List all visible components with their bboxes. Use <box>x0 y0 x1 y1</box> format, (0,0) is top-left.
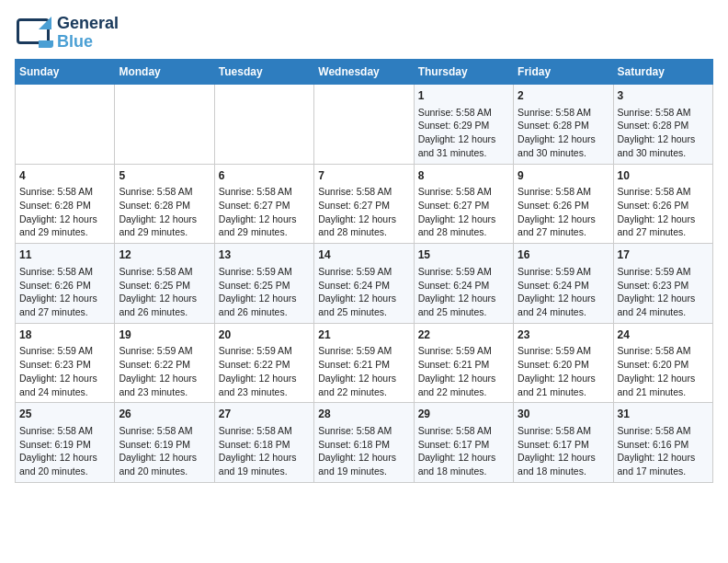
day-info-line: Sunset: 6:28 PM <box>518 119 609 132</box>
day-info-line: Sunset: 6:27 PM <box>219 199 310 213</box>
day-cell: 23Sunrise: 5:59 AMSunset: 6:20 PMDayligh… <box>514 323 613 403</box>
day-info-line: Daylight: 12 hours and 27 minutes. <box>518 213 609 239</box>
day-cell <box>314 85 414 165</box>
day-number: 22 <box>418 327 509 343</box>
day-cell: 14Sunrise: 5:59 AMSunset: 6:24 PMDayligh… <box>314 244 414 324</box>
day-number: 11 <box>19 247 110 263</box>
day-info-line: Sunrise: 5:58 AM <box>318 424 409 438</box>
day-cell: 7Sunrise: 5:58 AMSunset: 6:27 PMDaylight… <box>314 164 414 244</box>
day-cell: 10Sunrise: 5:58 AMSunset: 6:26 PMDayligh… <box>613 164 712 244</box>
day-info-line: Daylight: 12 hours and 24 minutes. <box>618 292 709 318</box>
day-info-line: Sunrise: 5:58 AM <box>518 185 609 199</box>
day-number: 5 <box>119 168 210 184</box>
day-number: 1 <box>418 88 509 104</box>
day-info-line: Sunset: 6:24 PM <box>318 279 409 293</box>
calendar-table: SundayMondayTuesdayWednesdayThursdayFrid… <box>15 59 713 483</box>
day-info-line: Daylight: 12 hours and 29 minutes. <box>19 213 110 239</box>
day-number: 28 <box>318 407 409 422</box>
day-cell: 3Sunrise: 5:58 AMSunset: 6:28 PMDaylight… <box>613 85 712 165</box>
day-info-line: Sunrise: 5:58 AM <box>418 185 509 199</box>
day-number: 30 <box>518 407 609 422</box>
day-number: 10 <box>618 168 709 184</box>
day-cell: 20Sunrise: 5:59 AMSunset: 6:22 PMDayligh… <box>214 323 313 403</box>
day-info-line: Sunset: 6:19 PM <box>119 438 210 452</box>
day-info-line: Daylight: 12 hours and 29 minutes. <box>219 213 310 239</box>
day-info-line: Sunrise: 5:58 AM <box>318 185 409 199</box>
day-info-line: Sunrise: 5:58 AM <box>219 185 310 199</box>
day-info-line: Daylight: 12 hours and 19 minutes. <box>318 451 409 477</box>
day-cell: 18Sunrise: 5:59 AMSunset: 6:23 PMDayligh… <box>16 323 115 403</box>
day-cell: 24Sunrise: 5:58 AMSunset: 6:20 PMDayligh… <box>613 323 712 403</box>
day-info-line: Sunrise: 5:58 AM <box>618 344 709 358</box>
day-info-line: Sunset: 6:28 PM <box>618 119 709 132</box>
day-info-line: Sunset: 6:28 PM <box>19 199 110 213</box>
week-row-3: 11Sunrise: 5:58 AMSunset: 6:26 PMDayligh… <box>16 244 713 324</box>
day-number: 13 <box>219 247 310 263</box>
day-info-line: Sunrise: 5:58 AM <box>119 265 210 279</box>
week-row-4: 18Sunrise: 5:59 AMSunset: 6:23 PMDayligh… <box>16 323 713 403</box>
day-cell: 17Sunrise: 5:59 AMSunset: 6:23 PMDayligh… <box>613 244 712 324</box>
day-info-line: Sunrise: 5:59 AM <box>119 344 210 358</box>
day-info-line: Sunrise: 5:58 AM <box>618 106 709 120</box>
day-cell: 12Sunrise: 5:58 AMSunset: 6:25 PMDayligh… <box>115 244 214 324</box>
day-cell: 4Sunrise: 5:58 AMSunset: 6:28 PMDaylight… <box>16 164 115 244</box>
col-header-thursday: Thursday <box>414 60 513 85</box>
day-info-line: Sunrise: 5:59 AM <box>219 344 310 358</box>
day-info-line: Daylight: 12 hours and 17 minutes. <box>618 451 709 477</box>
day-info-line: Sunset: 6:26 PM <box>19 279 110 293</box>
logo-general: General <box>57 15 119 33</box>
day-info-line: Daylight: 12 hours and 26 minutes. <box>219 292 310 318</box>
day-info-line: Sunset: 6:17 PM <box>418 438 509 452</box>
day-info-line: Sunset: 6:26 PM <box>518 199 609 213</box>
day-info-line: Daylight: 12 hours and 25 minutes. <box>418 292 509 318</box>
col-header-sunday: Sunday <box>16 60 115 85</box>
day-number: 20 <box>219 327 310 343</box>
day-info-line: Sunset: 6:25 PM <box>219 279 310 293</box>
day-number: 29 <box>418 407 509 422</box>
day-cell: 16Sunrise: 5:59 AMSunset: 6:24 PMDayligh… <box>514 244 613 324</box>
day-cell: 30Sunrise: 5:58 AMSunset: 6:17 PMDayligh… <box>514 403 613 483</box>
day-info-line: Sunrise: 5:58 AM <box>518 106 609 120</box>
day-cell <box>214 85 313 165</box>
day-info-line: Sunset: 6:25 PM <box>119 279 210 293</box>
day-info-line: Sunset: 6:20 PM <box>518 358 609 372</box>
day-info-line: Daylight: 12 hours and 18 minutes. <box>418 451 509 477</box>
day-info-line: Daylight: 12 hours and 29 minutes. <box>119 213 210 239</box>
day-info-line: Sunset: 6:28 PM <box>119 199 210 213</box>
day-info-line: Sunset: 6:27 PM <box>418 199 509 213</box>
day-number: 2 <box>518 88 609 104</box>
day-info-line: Sunrise: 5:58 AM <box>418 106 509 120</box>
day-cell: 27Sunrise: 5:58 AMSunset: 6:18 PMDayligh… <box>214 403 313 483</box>
day-info-line: Sunset: 6:16 PM <box>618 438 709 452</box>
day-number: 9 <box>518 168 609 184</box>
day-cell: 5Sunrise: 5:58 AMSunset: 6:28 PMDaylight… <box>115 164 214 244</box>
day-info-line: Sunrise: 5:59 AM <box>518 344 609 358</box>
day-info-line: Sunrise: 5:59 AM <box>219 265 310 279</box>
day-info-line: Daylight: 12 hours and 23 minutes. <box>219 372 310 398</box>
day-cell: 13Sunrise: 5:59 AMSunset: 6:25 PMDayligh… <box>214 244 313 324</box>
logo: General Blue <box>15 15 119 52</box>
day-info-line: Sunrise: 5:58 AM <box>618 185 709 199</box>
day-info-line: Sunset: 6:18 PM <box>219 438 310 452</box>
day-cell: 1Sunrise: 5:58 AMSunset: 6:29 PMDaylight… <box>414 85 513 165</box>
day-number: 16 <box>518 247 609 263</box>
day-info-line: Daylight: 12 hours and 20 minutes. <box>119 451 210 477</box>
day-info-line: Daylight: 12 hours and 20 minutes. <box>19 451 110 477</box>
day-number: 3 <box>618 88 709 104</box>
day-cell: 26Sunrise: 5:58 AMSunset: 6:19 PMDayligh… <box>115 403 214 483</box>
day-info-line: Sunset: 6:21 PM <box>418 358 509 372</box>
col-header-tuesday: Tuesday <box>214 60 313 85</box>
day-info-line: Sunset: 6:17 PM <box>518 438 609 452</box>
day-info-line: Sunset: 6:22 PM <box>119 358 210 372</box>
week-row-2: 4Sunrise: 5:58 AMSunset: 6:28 PMDaylight… <box>16 164 713 244</box>
day-info-line: Daylight: 12 hours and 19 minutes. <box>219 451 310 477</box>
day-info-line: Sunset: 6:26 PM <box>618 199 709 213</box>
day-info-line: Daylight: 12 hours and 26 minutes. <box>119 292 210 318</box>
day-cell: 31Sunrise: 5:58 AMSunset: 6:16 PMDayligh… <box>613 403 712 483</box>
day-number: 18 <box>19 327 110 343</box>
day-info-line: Sunset: 6:23 PM <box>19 358 110 372</box>
day-info-line: Sunrise: 5:59 AM <box>318 265 409 279</box>
day-info-line: Daylight: 12 hours and 21 minutes. <box>518 372 609 398</box>
day-info-line: Daylight: 12 hours and 28 minutes. <box>318 213 409 239</box>
day-cell: 28Sunrise: 5:58 AMSunset: 6:18 PMDayligh… <box>314 403 414 483</box>
